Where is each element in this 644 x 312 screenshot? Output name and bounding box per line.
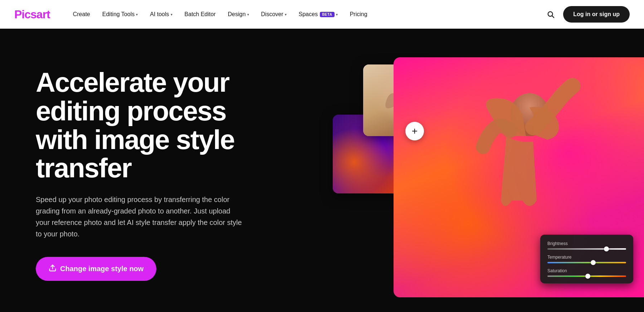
- brightness-thumb[interactable]: [604, 246, 609, 251]
- temperature-thumb[interactable]: [591, 260, 596, 265]
- nav-label-discover: Discover: [261, 11, 283, 18]
- cta-button[interactable]: Change image style now: [36, 257, 156, 281]
- chevron-down-icon-3: ▾: [247, 13, 249, 16]
- saturation-row: Saturation: [547, 268, 626, 277]
- svg-line-1: [552, 16, 554, 18]
- hero-title: Accelerate your editing process with ima…: [36, 68, 279, 182]
- brightness-row: Brightness: [547, 241, 626, 250]
- adjustment-panel: Brightness Temperature Saturation: [540, 235, 633, 283]
- nav-label-ai-tools: AI tools: [150, 11, 169, 18]
- nav-label-design: Design: [228, 11, 246, 18]
- brightness-track[interactable]: [547, 248, 626, 250]
- nav-right: Log in or sign up: [544, 6, 630, 23]
- hero-visuals: +: [304, 29, 644, 312]
- temperature-track[interactable]: [547, 262, 626, 263]
- saturation-thumb[interactable]: [585, 274, 590, 279]
- plus-button[interactable]: +: [405, 122, 424, 140]
- temperature-label: Temperature: [547, 255, 626, 260]
- nav-item-discover[interactable]: Discover ▾: [256, 8, 292, 20]
- beta-badge: BETA: [320, 12, 334, 17]
- search-button[interactable]: [544, 8, 557, 21]
- nav-label-batch-editor: Batch Editor: [185, 11, 216, 18]
- temperature-row: Temperature: [547, 255, 626, 263]
- brightness-label: Brightness: [547, 241, 626, 246]
- nav-item-design[interactable]: Design ▾: [223, 8, 254, 20]
- nav-item-pricing[interactable]: Pricing: [345, 8, 372, 20]
- chevron-down-icon-4: ▾: [285, 13, 287, 16]
- cta-label: Change image style now: [60, 265, 143, 273]
- chevron-down-icon-2: ▾: [171, 13, 172, 16]
- upload-icon: [49, 264, 57, 274]
- saturation-track[interactable]: [547, 275, 626, 277]
- nav-links: Create Editing Tools ▾ AI tools ▾ Batch …: [68, 8, 544, 20]
- nav-label-spaces: Spaces: [299, 11, 318, 18]
- nav-label-create: Create: [73, 11, 90, 18]
- nav-item-editing-tools[interactable]: Editing Tools ▾: [97, 8, 143, 20]
- nav-item-spaces[interactable]: Spaces BETA ▾: [294, 8, 343, 20]
- nav-item-batch-editor[interactable]: Batch Editor: [180, 8, 221, 20]
- nav-label-pricing: Pricing: [350, 11, 367, 18]
- nav-label-editing-tools: Editing Tools: [102, 11, 135, 18]
- hero-subtitle: Speed up your photo editing process by t…: [36, 194, 243, 240]
- hero-section: Accelerate your editing process with ima…: [0, 29, 644, 312]
- chevron-down-icon-5: ▾: [336, 13, 338, 16]
- nav-item-ai-tools[interactable]: AI tools ▾: [145, 8, 177, 20]
- logo[interactable]: Picsart: [14, 8, 50, 21]
- plus-icon: +: [412, 125, 418, 137]
- hero-content: Accelerate your editing process with ima…: [36, 57, 279, 281]
- saturation-label: Saturation: [547, 268, 626, 273]
- search-icon: [547, 10, 555, 18]
- chevron-down-icon: ▾: [136, 13, 138, 16]
- login-button[interactable]: Log in or sign up: [563, 6, 630, 23]
- navbar: Picsart Create Editing Tools ▾ AI tools …: [0, 0, 644, 29]
- nav-item-create[interactable]: Create: [68, 8, 95, 20]
